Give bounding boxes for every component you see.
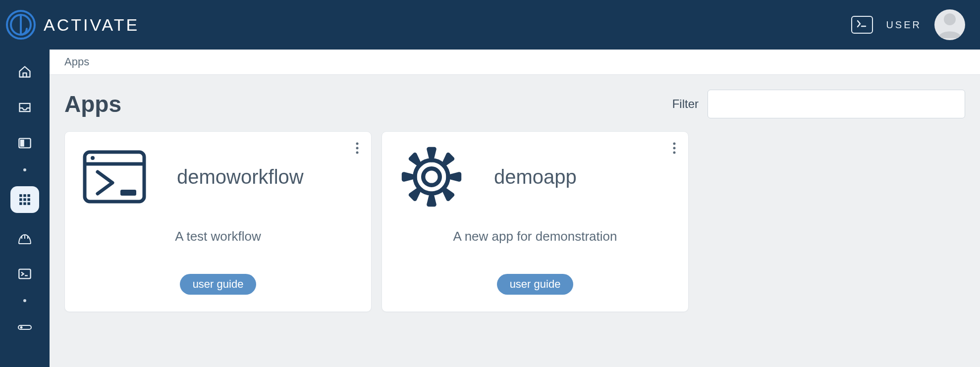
- user-guide-button[interactable]: user guide: [497, 274, 574, 295]
- page-title: Apps: [64, 91, 121, 117]
- user-guide-button[interactable]: user guide: [180, 274, 257, 295]
- dots-vertical-icon: [355, 148, 359, 156]
- avatar[interactable]: [934, 9, 965, 40]
- sidebar-item-arch[interactable]: [13, 228, 37, 249]
- app-card[interactable]: demoapp A new app for demonstration user…: [381, 131, 689, 312]
- app-cards: demoworkflow A test workflow user guide: [64, 131, 965, 312]
- brand-logo[interactable]: ACTIVATE: [5, 9, 139, 41]
- gear-icon: [397, 145, 466, 209]
- filter-wrap: Filter: [672, 90, 965, 118]
- svg-point-33: [423, 168, 440, 185]
- card-menu-button[interactable]: [355, 142, 359, 157]
- svg-rect-7: [23, 194, 26, 197]
- sidebar-item-terminal[interactable]: [13, 263, 37, 284]
- terminal-icon: [857, 20, 868, 30]
- svg-point-22: [21, 327, 22, 328]
- filter-input[interactable]: [708, 90, 965, 118]
- terminal-button[interactable]: [851, 16, 873, 34]
- brand-mark-icon: [5, 9, 37, 41]
- svg-rect-13: [23, 202, 26, 205]
- svg-point-24: [356, 147, 359, 150]
- sidebar-item-apps[interactable]: [10, 186, 39, 213]
- svg-rect-29: [120, 190, 136, 196]
- panel-icon: [18, 137, 32, 149]
- breadcrumb[interactable]: Apps: [64, 55, 89, 68]
- app-name: demoapp: [494, 166, 577, 188]
- svg-rect-11: [27, 198, 30, 201]
- sidebar-item-inbox[interactable]: [13, 97, 37, 118]
- sidebar-separator: [23, 168, 26, 171]
- apps-grid-icon: [18, 193, 31, 206]
- card-menu-button[interactable]: [672, 142, 676, 157]
- svg-point-28: [91, 156, 95, 160]
- app-description: A test workflow: [80, 229, 356, 244]
- svg-point-25: [356, 152, 359, 154]
- sidebar: [0, 50, 50, 367]
- sidebar-item-home[interactable]: [13, 61, 37, 82]
- terminal-small-icon: [18, 268, 32, 280]
- avatar-icon: [934, 9, 965, 40]
- brand-name: ACTIVATE: [44, 15, 139, 35]
- app-card[interactable]: demoworkflow A test workflow user guide: [64, 131, 372, 312]
- svg-point-23: [356, 143, 359, 145]
- svg-rect-19: [19, 269, 30, 279]
- svg-rect-5: [20, 140, 24, 147]
- sidebar-separator-2: [23, 299, 26, 302]
- svg-rect-9: [19, 198, 22, 201]
- svg-point-3: [944, 13, 956, 25]
- server-icon: [17, 324, 32, 330]
- app-description: A new app for demonstration: [397, 229, 673, 244]
- svg-rect-12: [19, 202, 22, 205]
- filter-label: Filter: [672, 97, 699, 111]
- main: Apps Apps Filter: [50, 50, 980, 367]
- dots-vertical-icon: [672, 148, 676, 156]
- sidebar-item-panel[interactable]: [13, 133, 37, 154]
- home-icon: [18, 65, 32, 79]
- terminal-window-icon: [80, 145, 149, 209]
- user-label[interactable]: USER: [886, 19, 922, 31]
- svg-point-31: [673, 147, 676, 150]
- inbox-icon: [18, 102, 32, 113]
- svg-rect-6: [19, 194, 22, 197]
- breadcrumb-bar: Apps: [50, 50, 980, 75]
- svg-rect-8: [27, 194, 30, 197]
- svg-point-32: [673, 152, 676, 154]
- content: Apps Filter: [50, 75, 980, 327]
- sidebar-item-server[interactable]: [13, 317, 37, 338]
- heading-row: Apps Filter: [64, 90, 965, 118]
- topbar-right: USER: [851, 9, 965, 40]
- svg-point-30: [673, 143, 676, 145]
- svg-rect-14: [27, 202, 30, 205]
- topbar: ACTIVATE USER: [0, 0, 980, 50]
- app-name: demoworkflow: [177, 166, 304, 188]
- svg-rect-10: [23, 198, 26, 201]
- arch-icon: [17, 232, 32, 245]
